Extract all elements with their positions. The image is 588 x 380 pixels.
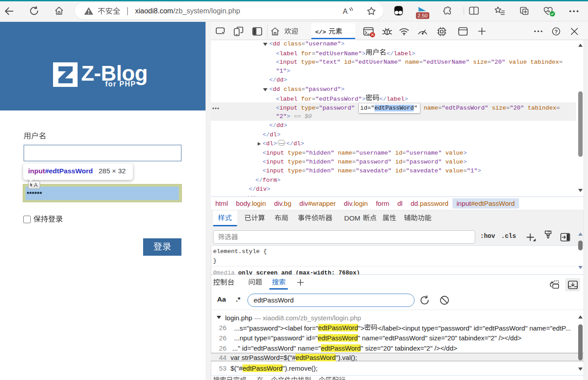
svg-text:?: ? [555,29,558,34]
svg-text:A: A [34,182,38,188]
svg-text:</>: </> [315,29,326,35]
svg-text:2.50: 2.50 [418,13,428,18]
svg-text:A: A [343,8,348,15]
